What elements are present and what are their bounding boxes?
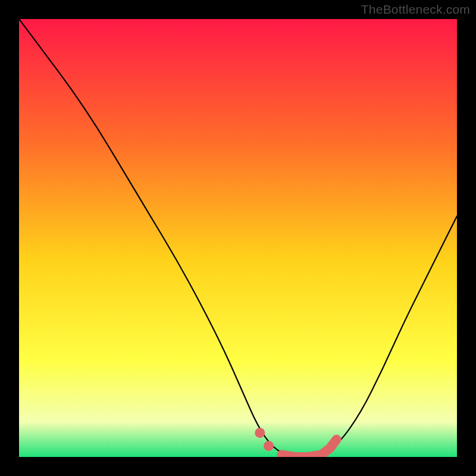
gradient-background xyxy=(19,19,457,457)
bottleneck-chart xyxy=(19,19,457,457)
marker-dot xyxy=(264,441,274,451)
marker-dot xyxy=(255,428,265,438)
chart-plot-area xyxy=(19,19,457,457)
stage: TheBottleneck.com xyxy=(0,0,476,476)
watermark-text: TheBottleneck.com xyxy=(361,2,470,17)
